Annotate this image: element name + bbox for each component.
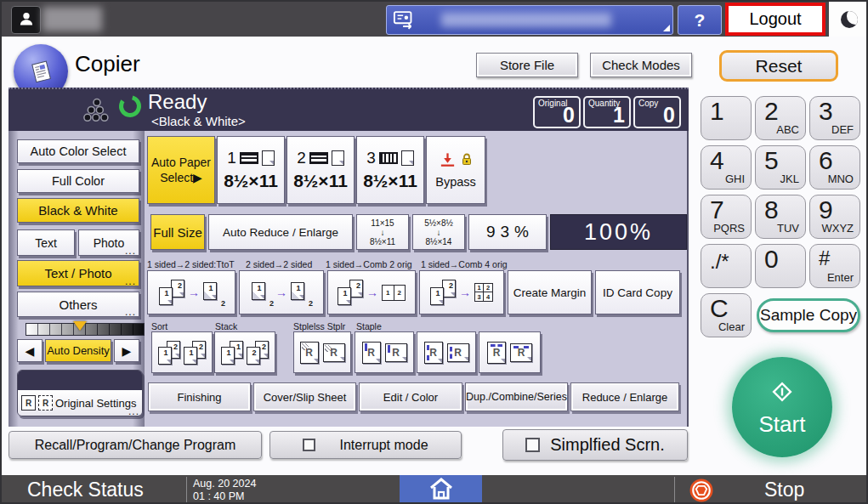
help-button[interactable]: ? (678, 5, 722, 35)
tab-label: Dup./Combine/Series (466, 391, 567, 403)
start-button[interactable]: Start (732, 357, 832, 457)
ratio-93-label: 93% (486, 223, 534, 241)
right-arrow-icon: ▶ (122, 344, 132, 358)
simplified-screen-button[interactable]: Simplfied Scrn. (502, 429, 688, 461)
counter-original: Original 0 (533, 96, 581, 128)
keypad-8[interactable]: 8TUV (755, 195, 806, 239)
sort-button[interactable]: 2 1 2 1 (151, 331, 213, 373)
density-darker-button[interactable]: ▶ (114, 339, 139, 362)
keypad-7[interactable]: 7PQRS (701, 195, 752, 239)
reduce-preset-1-button[interactable]: 11×15 ↓ 8½×11 (356, 214, 409, 250)
home-button[interactable] (400, 475, 482, 504)
black-white-button[interactable]: Black & White (17, 198, 139, 223)
tab-dup-combine-series[interactable]: Dup./Combine/Series (465, 382, 568, 411)
system-message-button[interactable] (386, 5, 673, 35)
keypad-2[interactable]: 2ABC (755, 96, 806, 140)
keypad-enter[interactable]: #Enter (809, 244, 860, 288)
auto-color-select-button[interactable]: Auto Color Select (17, 139, 139, 163)
original-settings-header (18, 371, 142, 390)
tray-1-button[interactable]: 1 8½×11 (217, 136, 285, 204)
logout-button[interactable]: Logout (725, 3, 825, 36)
text-photo-button[interactable]: Text / Photo ... (17, 260, 139, 286)
down-arrow-icon: ↓ (437, 228, 441, 237)
status-bar: Ready <Black & White> Original 0 Quantit… (9, 88, 689, 131)
tab-reduce-enlarge[interactable]: Reduce / Enlarge (570, 382, 679, 411)
duplex-2to2-button[interactable]: 1 2 → 1 2 (239, 270, 324, 314)
stop-button[interactable]: Stop (764, 479, 804, 501)
bypass-feed-icon (439, 152, 457, 170)
keypad-6[interactable]: 6MNO (809, 145, 860, 190)
keypad-3[interactable]: 3DEF (809, 96, 860, 140)
tab-cover-slip-sheet[interactable]: Cover/Slip Sheet (253, 382, 356, 411)
staple-left-2-button[interactable]: R R (417, 331, 476, 373)
stapleless-page-icon: R (323, 343, 345, 362)
staple-top-left-button[interactable]: R R (355, 331, 414, 373)
original-settings-button[interactable]: R R Original Settings ... (17, 370, 143, 416)
tray-2-button[interactable]: 2 8½×11 (286, 136, 355, 204)
combine-4-button[interactable]: 2 1 → 1 2 3 4 (419, 270, 504, 314)
recall-program-button[interactable]: Recall/Program/Change Program (9, 431, 262, 459)
arrow-icon: → (366, 286, 378, 299)
reset-button[interactable]: Reset (719, 50, 838, 82)
stapleless-label: Stplelss Stplr (293, 321, 345, 331)
message-text-redacted (441, 13, 611, 27)
left-arrow-icon: ◀ (26, 344, 35, 358)
keypad-9[interactable]: 9WXYZ (809, 195, 860, 239)
auto-density-button[interactable]: Auto Density (45, 339, 111, 362)
simplified-checkbox[interactable] (525, 438, 540, 452)
combine-2-button[interactable]: 2 1 → 1 2 (327, 270, 416, 314)
keypad-5[interactable]: 5JKL (755, 145, 806, 190)
black-white-label: Black & White (38, 203, 117, 218)
user-account-button[interactable] (11, 6, 41, 34)
paper-tray-icon (379, 152, 398, 164)
bypass-button[interactable]: Bypass (426, 136, 485, 204)
paper-sheet-icon (401, 150, 414, 166)
ratio-93-button[interactable]: 93% (468, 214, 547, 250)
sample-copy-button[interactable]: Sample Copy (757, 298, 860, 332)
check-status-button[interactable]: Check Status (27, 479, 144, 501)
keypad-0[interactable]: 0 (755, 244, 806, 288)
store-file-button[interactable]: Store File (476, 53, 578, 77)
stop-icon[interactable] (689, 479, 713, 504)
footer-time: 01 : 40 PM (193, 490, 256, 503)
id-card-copy-button[interactable]: ID Card Copy (595, 270, 680, 314)
staple-label: Staple (356, 321, 382, 331)
others-button[interactable]: Others ... (17, 292, 139, 317)
duplex-1to2-button[interactable]: 2 1 → 1 2 (147, 270, 235, 314)
tray-3-button[interactable]: 3 8½×11 (356, 136, 424, 204)
down-arrow-icon: ↓ (381, 228, 385, 237)
stack-button[interactable]: 1 1 2 2 (214, 331, 275, 373)
tab-edit-color[interactable]: Edit / Color (359, 382, 462, 411)
logout-label: Logout (749, 9, 801, 29)
check-modes-button[interactable]: Check Modes (590, 53, 692, 77)
stapleless-stapler-button[interactable]: R R (293, 331, 351, 373)
keypad-4[interactable]: 4GHI (701, 145, 752, 190)
user-name-redacted (43, 7, 102, 31)
store-file-label: Store File (500, 58, 554, 72)
text-button[interactable]: Text (17, 229, 75, 256)
interrupt-mode-button[interactable]: Interrupt mode (269, 431, 462, 459)
staple-top-2-button[interactable]: R R (479, 331, 541, 373)
auto-reduce-enlarge-button[interactable]: Auto Reduce / Enlarge (208, 214, 353, 250)
photo-button[interactable]: Photo ... (78, 229, 139, 256)
sort-set-icon: 2 1 (158, 341, 180, 365)
tab-finishing[interactable]: Finishing (148, 382, 251, 411)
full-size-button[interactable]: Full Size (150, 214, 205, 250)
keypad-1[interactable]: 1 (701, 96, 752, 140)
density-lighter-button[interactable]: ◀ (17, 339, 43, 362)
arrow-icon: → (188, 286, 200, 299)
create-margin-button[interactable]: Create Margin (508, 270, 592, 314)
counter-label: Copy (638, 99, 658, 108)
stapleless-page-icon: R (300, 342, 319, 364)
full-color-button[interactable]: Full Color (17, 169, 139, 193)
keypad-dot-star[interactable]: ./* (701, 244, 752, 288)
energy-saver-button[interactable] (829, 2, 868, 37)
original-rotated-icon: R (38, 395, 53, 411)
auto-paper-select-button[interactable]: Auto Paper Select▶ (147, 136, 215, 204)
tab-label: Cover/Slip Sheet (264, 391, 347, 404)
start-label: Start (759, 411, 806, 438)
reduce-preset-2-button[interactable]: 5½×8½ ↓ 8½×14 (412, 214, 465, 250)
keypad-clear[interactable]: CClear (701, 293, 752, 337)
interrupt-checkbox[interactable] (303, 439, 315, 451)
more-dots-icon: ... (128, 405, 139, 416)
